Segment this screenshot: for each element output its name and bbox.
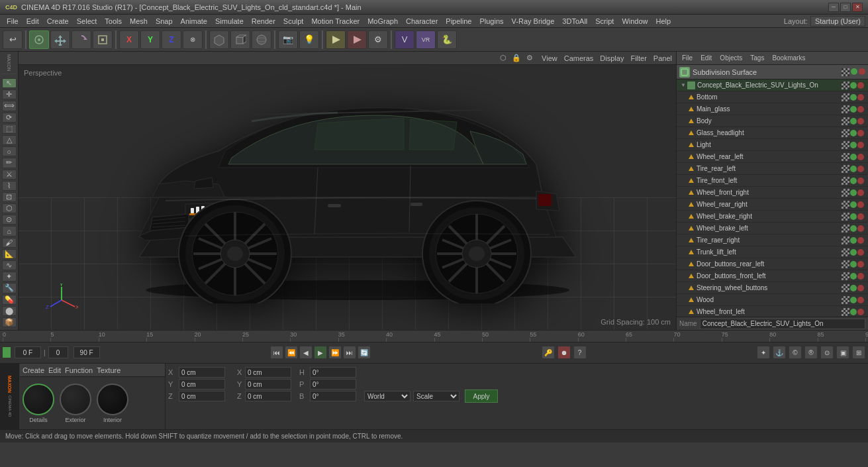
coord-h-input[interactable] — [310, 367, 356, 378]
tree-item[interactable]: Tire_raer_right — [677, 234, 868, 246]
camera-btn[interactable]: 📷 — [278, 30, 298, 49]
obj-manager-edit[interactable]: Edit — [698, 54, 714, 62]
menu-help[interactable]: Help — [652, 16, 675, 26]
viewport-maximize[interactable]: ⬡ — [498, 53, 508, 63]
axis-x-btn[interactable]: X — [119, 30, 139, 49]
record-btn[interactable]: ⏺ — [557, 346, 571, 359]
name-input-display[interactable]: Concept_Black_Electric_SUV_Lights_On — [700, 319, 865, 329]
coord-scale-z-input[interactable] — [245, 391, 291, 401]
material-item-details[interactable]: Details — [23, 384, 54, 423]
menu-select[interactable]: Select — [73, 16, 101, 26]
poly-pen[interactable]: ⬡ — [2, 203, 17, 213]
pen-tool[interactable]: ✏ — [2, 158, 17, 168]
render-btn[interactable] — [347, 30, 367, 49]
viewport-menu-panel[interactable]: Panel — [653, 54, 672, 62]
viewport-menu-display[interactable]: Display — [600, 54, 624, 62]
tree-item[interactable]: Wheel_rear_right — [677, 199, 868, 211]
render-view-btn[interactable] — [326, 30, 346, 49]
menu-character[interactable]: Character — [402, 16, 442, 26]
tree-item[interactable]: Wheel_brake_left — [677, 223, 868, 234]
obj-manager-tags[interactable]: Tags — [747, 54, 767, 62]
motion2-btn[interactable]: ⚓ — [773, 346, 786, 359]
move-tool[interactable]: ✛ — [2, 89, 17, 99]
tree-item[interactable]: Main_glass — [677, 103, 868, 115]
mat-menu-function[interactable]: Function — [65, 366, 93, 374]
tree-item[interactable]: Trunk_lift_left — [677, 246, 868, 258]
mat-menu-create[interactable]: Create — [23, 366, 44, 374]
motion6-btn[interactable]: ▣ — [836, 346, 849, 359]
coord-scale-x-input[interactable] — [245, 367, 291, 378]
tree-item[interactable]: Wheel_front_left — [677, 306, 868, 317]
apply-button[interactable]: Apply — [465, 389, 498, 403]
menu-motion-tracker[interactable]: Motion Tracker — [307, 16, 363, 26]
maximize-button[interactable]: □ — [840, 3, 851, 12]
viewport-menu-cameras[interactable]: Cameras — [564, 54, 594, 62]
polygon-btn[interactable] — [209, 30, 229, 49]
motion7-btn[interactable]: ⊞ — [852, 346, 865, 359]
knife-tool[interactable]: ⚔ — [2, 170, 17, 180]
object-tree[interactable]: ▼ Concept_Black_Electric_SUV_Lights_On B… — [677, 79, 868, 317]
tree-item[interactable]: Wheel_brake_right — [677, 211, 868, 223]
rotate-tool[interactable]: ⟳ — [2, 113, 17, 123]
material-item-interior[interactable]: Interior — [97, 384, 128, 423]
menu-snap[interactable]: Snap — [152, 16, 177, 26]
mat-menu-texture[interactable]: Texture — [97, 366, 121, 374]
vray-btn2[interactable]: VR — [416, 30, 436, 49]
tree-item[interactable]: Wheel_front_right — [677, 187, 868, 199]
tree-item[interactable]: Light — [677, 139, 868, 151]
play-reverse-btn[interactable]: ◀ — [299, 346, 313, 359]
mat-menu-edit[interactable]: Edit — [48, 366, 61, 374]
tree-item[interactable]: Tire_front_left — [677, 175, 868, 187]
keyframe-btn[interactable]: 🔑 — [542, 346, 555, 359]
auto-key-btn[interactable]: ? — [573, 346, 587, 359]
loop-sel[interactable]: ⊡ — [2, 192, 17, 202]
menu-create[interactable]: Create — [43, 16, 73, 26]
wrap-tool[interactable]: 📦 — [2, 317, 17, 327]
loop-btn[interactable]: 🔄 — [358, 346, 371, 359]
move-tool-btn[interactable] — [50, 30, 70, 49]
menu-simulate[interactable]: Simulate — [211, 16, 248, 26]
frame-end-input[interactable] — [73, 346, 100, 358]
bridge-tool[interactable]: ⌇ — [2, 181, 17, 191]
frame-start-input[interactable] — [48, 346, 68, 358]
tree-root-item[interactable]: ▼ Concept_Black_Electric_SUV_Lights_On — [677, 79, 868, 91]
tree-item[interactable]: Glass_headlight — [677, 127, 868, 139]
cube-btn[interactable] — [230, 30, 250, 49]
current-frame-input[interactable] — [15, 346, 41, 358]
morph-tool[interactable]: 💊 — [2, 295, 17, 305]
coord-z-input[interactable] — [179, 391, 225, 401]
menu-tools[interactable]: Tools — [101, 16, 126, 26]
constraint-tool[interactable]: 🔧 — [2, 283, 17, 293]
menu-plugins[interactable]: Plugins — [475, 16, 507, 26]
layout-dropdown[interactable]: Startup (User) — [810, 16, 865, 26]
axis-lock-btn[interactable]: ⊗ — [183, 30, 203, 49]
material-item-exterior[interactable]: Exterior — [60, 384, 91, 423]
viewport-settings[interactable]: ⚙ — [524, 53, 535, 63]
coord-scale-dropdown[interactable]: Scale — [413, 391, 459, 401]
sculpt-tool[interactable]: ⌂ — [2, 226, 17, 236]
motion3-btn[interactable]: © — [789, 346, 802, 359]
axis-z-btn[interactable]: Z — [162, 30, 181, 49]
menu-animate[interactable]: Animate — [177, 16, 211, 26]
minimize-button[interactable]: ─ — [828, 3, 839, 12]
play-btn[interactable]: ▶ — [314, 346, 327, 359]
tree-item[interactable]: Body — [677, 115, 868, 127]
scale-tool-btn[interactable] — [93, 30, 113, 49]
menu-vray[interactable]: V-Ray Bridge — [508, 16, 559, 26]
goto-start-btn[interactable]: ⏮ — [270, 346, 283, 359]
menu-window[interactable]: Window — [618, 16, 651, 26]
light-btn[interactable]: 💡 — [299, 30, 319, 49]
motion1-btn[interactable]: ✦ — [757, 346, 770, 359]
sphere-btn[interactable] — [252, 30, 271, 49]
python-btn[interactable]: 🐍 — [437, 30, 457, 49]
coord-b-input[interactable] — [310, 391, 356, 401]
obj-manager-bookmarks[interactable]: Bookmarks — [769, 54, 808, 62]
viewport-lock[interactable]: 🔒 — [510, 53, 523, 63]
menu-3dtoall[interactable]: 3DToAll — [558, 16, 591, 26]
symmetry-tool[interactable]: ⬤ — [2, 306, 17, 316]
motion4-btn[interactable]: ® — [804, 346, 818, 359]
poly-select[interactable]: △ — [2, 135, 17, 145]
viewport-menu-view[interactable]: View — [542, 54, 557, 62]
tree-item[interactable]: Door_buttons_front_left — [677, 270, 868, 282]
tree-item[interactable]: Door_buttons_rear_left — [677, 258, 868, 270]
